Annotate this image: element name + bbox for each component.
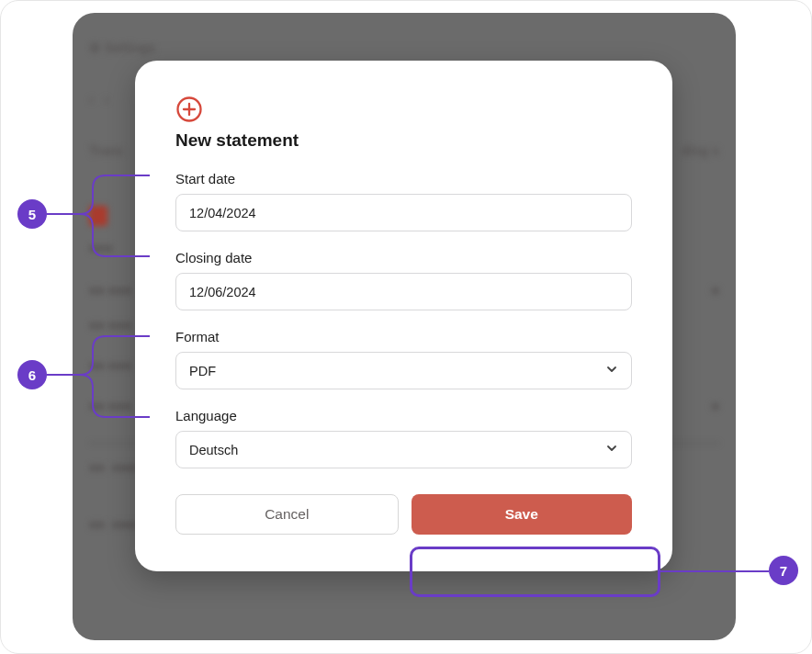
backdrop-text: ■■ ■■■ — [89, 283, 131, 298]
closing-date-input[interactable]: 12/06/2024 — [175, 273, 632, 310]
backdrop-ding-label: ding s — [682, 143, 719, 158]
start-date-input[interactable]: 12/04/2024 — [175, 194, 632, 231]
start-date-group: Start date 12/04/2024 — [175, 171, 632, 231]
callout-badge-5: 5 — [17, 199, 47, 229]
chevron-down-icon — [605, 363, 618, 378]
modal-title: New statement — [175, 130, 632, 151]
start-date-label: Start date — [175, 171, 632, 186]
button-row: Cancel Save — [175, 494, 632, 535]
new-statement-modal: New statement Start date 12/04/2024 Clos… — [135, 61, 672, 571]
language-label: Language — [175, 408, 632, 423]
backdrop-text: ■■ ■■■ — [89, 399, 131, 413]
language-select[interactable]: Deutsch — [175, 431, 632, 468]
backdrop-trans-label: Trans — [89, 143, 123, 158]
plus-icon — [175, 96, 203, 123]
closing-date-group: Closing date 12/06/2024 — [175, 250, 632, 310]
format-group: Format PDF — [175, 329, 632, 389]
format-label: Format — [175, 329, 632, 344]
language-value: Deutsch — [189, 443, 238, 457]
backdrop-text: ■ — [712, 399, 719, 413]
backdrop-settings-label: ⚙ Settings — [89, 40, 719, 55]
callout-badge-7: 7 — [769, 556, 798, 585]
start-date-value: 12/04/2024 — [189, 206, 256, 220]
chevron-down-icon — [605, 442, 618, 457]
cancel-button[interactable]: Cancel — [175, 494, 399, 535]
language-group: Language Deutsch — [175, 408, 632, 468]
backdrop-text: ■ — [712, 283, 719, 298]
closing-date-value: 12/06/2024 — [189, 285, 256, 299]
format-select[interactable]: PDF — [175, 352, 632, 389]
closing-date-label: Closing date — [175, 250, 632, 265]
save-button[interactable]: Save — [412, 494, 633, 535]
format-value: PDF — [189, 364, 216, 378]
callout-badge-6: 6 — [17, 360, 47, 389]
outer-frame: ⚙ Settings ‹ › Trans ding s ■■■ ■■ ■■■■ … — [0, 0, 812, 654]
